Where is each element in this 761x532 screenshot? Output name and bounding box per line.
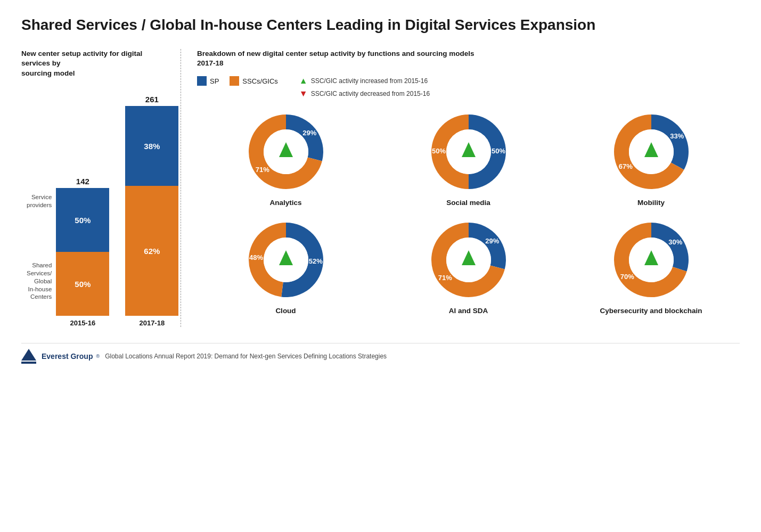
donut-sp-pct-text: 30% [668,238,682,246]
bar-2017-18: 261 38% 62% 2017-18 [125,95,178,327]
donuts-grid: 29% 71% Analytics 50% 50% Social media 3… [197,109,740,315]
donut-svg-5: 30% 70% [609,217,694,302]
bar-total-2017: 261 [145,95,159,104]
legend-increased-text: SSC/GIC activity increased from 2015-16 [311,77,428,85]
bar-stack-2015: 50% 50% [56,188,109,316]
footer-source: Global Locations Annual Report 2019: Dem… [105,353,387,360]
donut-category-label: Mobility [637,199,665,207]
ssgic-label: SharedServices/GlobalIn-houseCenters [27,261,52,301]
donut-sp-pct-text: 52% [308,257,322,265]
bars-with-labels: Serviceproviders SharedServices/GlobalIn… [27,89,178,327]
donut-category-label: Analytics [269,199,301,207]
logo-icon [21,349,36,364]
donut-sp-pct-text: 50% [491,148,505,155]
footer-logo-text: Everest Group [42,352,93,361]
bar-sp-2015: 50% [56,188,109,252]
donut-ssc-pct-text: 71% [438,274,452,282]
donut-ssc-pct-text: 67% [618,162,632,170]
legend-left: SP SSCs/GICs [197,76,278,86]
arrow-down-icon: ▼ [299,89,308,99]
bar-ssgic-pct-2015: 50% [75,280,91,289]
donut-category-label: AI and SDA [449,307,488,315]
donut-cell-analytics: 29% 71% Analytics [197,109,374,207]
bar-chart-area: Serviceproviders SharedServices/GlobalIn… [21,89,170,327]
bar-ssgic-2017: 62% [125,186,178,316]
donut-svg-1: 50% 50% [426,109,511,194]
left-panel: New center setup activity for digital se… [21,49,181,328]
donut-category-label: Cloud [275,307,296,315]
donut-svg-3: 52% 48% [243,217,329,302]
legend-sp-label: SP [210,77,219,85]
left-section-title: New center setup activity for digital se… [21,49,170,79]
donut-ssc-pct-text: 70% [620,273,634,281]
donut-sp-pct-text: 33% [670,132,684,140]
footer-logo: Everest Group ® [21,349,100,364]
legend-row: SP SSCs/GICs ▲ SSC/GIC activity increase… [197,76,740,99]
donut-svg-4: 29% 71% [426,217,511,302]
footer: Everest Group ® Global Locations Annual … [21,343,740,364]
bar-sp-pct-2015: 50% [75,216,91,225]
legend-increased: ▲ SSC/GIC activity increased from 2015-1… [299,76,430,86]
bars-row: 142 50% 50% 2015-16 [56,95,178,327]
legend-right: ▲ SSC/GIC activity increased from 2015-1… [299,76,430,99]
bar-2015-16: 142 50% 50% 2015-16 [56,177,109,327]
donut-cell-ai-and-sda: 29% 71% AI and SDA [380,217,557,315]
donut-cell-social-media: 50% 50% Social media [380,109,557,207]
donut-category-label: Social media [446,199,490,207]
arrow-up-icon: ▲ [299,76,308,86]
donut-sp-pct-text: 29% [485,237,499,245]
bar-year-2017: 2017-18 [139,319,165,327]
bar-ssgic-pct-2017: 62% [144,247,160,256]
legend-decreased-text: SSC/GIC activity decreased from 2015-16 [311,90,430,97]
donut-ssc-pct-text: 48% [249,253,263,261]
page-title: Shared Services / Global In-house Center… [21,16,740,34]
donut-svg-2: 33% 67% [609,109,694,194]
sp-label: Serviceproviders [27,193,52,209]
donut-ssc-pct-text: 71% [255,166,269,174]
donut-sp-pct-text: 29% [302,129,316,137]
donut-cell-cybersecurity-and-blockchain: 30% 70% Cybersecurity and blockchain [562,217,740,315]
bar-year-2015: 2015-16 [70,319,95,327]
bar-total-2015: 142 [76,177,89,186]
donut-svg-0: 29% 71% [243,109,329,194]
bar-stack-2017: 38% 62% [125,106,178,316]
legend-ssgic-box [230,76,239,86]
bar-sp-2017: 38% [125,106,178,186]
legend-sp: SP [197,76,219,86]
donut-category-label: Cybersecurity and blockchain [600,307,702,315]
donut-cell-mobility: 33% 67% Mobility [562,109,740,207]
bar-side-labels: Serviceproviders SharedServices/GlobalIn… [27,167,56,327]
right-section-title: Breakdown of new digital center setup ac… [197,49,740,69]
donut-cell-cloud: 52% 48% Cloud [197,217,374,315]
legend-ssgic-label: SSCs/GICs [242,77,277,85]
legend-decreased: ▼ SSC/GIC activity decreased from 2015-1… [299,89,430,99]
legend-ssgic: SSCs/GICs [230,76,277,86]
legend-sp-box [197,76,207,86]
right-panel: Breakdown of new digital center setup ac… [181,49,740,328]
bar-sp-pct-2017: 38% [144,142,160,151]
donut-ssc-pct-text: 50% [431,148,445,155]
bar-ssgic-2015: 50% [56,252,109,316]
